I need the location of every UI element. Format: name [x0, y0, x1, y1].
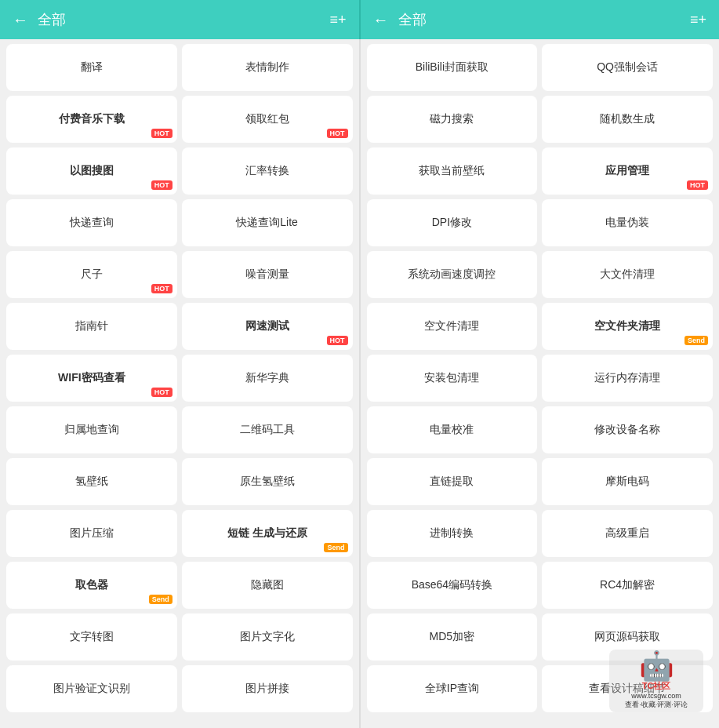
item-label: 查看设计稿细节 [589, 681, 666, 697]
list-item[interactable]: 文字转图 [6, 613, 177, 661]
list-item[interactable]: 图片压缩 [6, 510, 177, 557]
item-label: 汇率转换 [245, 163, 289, 179]
right-menu-icon[interactable]: ≡+ [690, 12, 706, 28]
list-item[interactable]: 新华字典 [182, 355, 353, 402]
list-item[interactable]: 获取当前壁纸 [367, 147, 538, 195]
list-item[interactable]: 原生氢壁纸 [182, 458, 353, 505]
list-item[interactable]: 空文件清理 [367, 303, 538, 350]
item-label: QQ强制会话 [597, 60, 658, 75]
item-label: MD5加密 [430, 629, 475, 645]
item-label: 进制转换 [430, 526, 474, 541]
list-item[interactable]: 进制转换 [367, 510, 538, 557]
item-label: 电量伪装 [605, 215, 649, 231]
list-item[interactable]: WIFI密码查看HOT [6, 355, 177, 402]
list-item[interactable]: 二维码工具 [182, 406, 353, 453]
list-item[interactable]: 汇率转换 [182, 147, 353, 195]
list-item[interactable]: 运行内存清理 [542, 355, 713, 402]
item-label: DPI修改 [432, 215, 472, 231]
item-label: BiliBili封面获取 [416, 60, 488, 75]
list-item[interactable]: 磁力搜索 [367, 96, 538, 143]
list-item[interactable]: 噪音测量 [182, 251, 353, 298]
item-label: 文字转图 [70, 629, 114, 645]
item-label: 短链 生成与还原 [227, 526, 307, 541]
item-label: 归属地查询 [64, 422, 119, 438]
list-item[interactable]: RC4加解密 [542, 562, 713, 609]
list-item[interactable]: 快递查询Lite [182, 199, 353, 246]
left-grid: 翻译表情制作付费音乐下载HOT领取红包HOT以图搜图HOT汇率转换快递查询快递查… [6, 44, 353, 712]
content-area: 翻译表情制作付费音乐下载HOT领取红包HOT以图搜图HOT汇率转换快递查询快递查… [0, 39, 719, 728]
list-item[interactable]: 付费音乐下载HOT [6, 96, 177, 143]
list-item[interactable]: 表情制作 [182, 44, 353, 91]
list-item[interactable]: 图片文字化 [182, 613, 353, 661]
list-item[interactable]: 空文件夹清理Send [542, 303, 713, 350]
list-item[interactable]: 高级重启 [542, 510, 713, 557]
list-item[interactable]: 随机数生成 [542, 96, 713, 143]
list-item[interactable]: QQ强制会话 [542, 44, 713, 91]
item-badge: HOT [327, 129, 348, 138]
list-item[interactable]: 电量伪装 [542, 199, 713, 246]
item-badge: HOT [151, 180, 172, 190]
item-label: 电量校准 [430, 422, 474, 438]
item-label: 大文件清理 [600, 267, 655, 282]
top-bar-row: ← 全部 ≡+ ← 全部 ≡+ [0, 0, 719, 39]
right-panel: BiliBili封面获取QQ强制会话磁力搜索随机数生成获取当前壁纸应用管理HOT… [361, 39, 720, 728]
item-label: 指南针 [75, 318, 108, 334]
list-item[interactable]: 图片拼接 [182, 665, 353, 712]
list-item[interactable]: 网页源码获取 [542, 613, 713, 661]
list-item[interactable]: 取色器Send [6, 562, 177, 609]
list-item[interactable]: 领取红包HOT [182, 96, 353, 143]
left-back-button[interactable]: ← [13, 11, 28, 29]
item-label: 付费音乐下载 [59, 111, 125, 127]
list-item[interactable]: 系统动画速度调控 [367, 251, 538, 298]
item-badge: Send [685, 336, 708, 345]
list-item[interactable]: 尺子HOT [6, 251, 177, 298]
item-label: 氢壁纸 [75, 474, 108, 490]
list-item[interactable]: 以图搜图HOT [6, 147, 177, 195]
item-badge: HOT [151, 129, 172, 138]
item-badge: HOT [327, 336, 348, 345]
list-item[interactable]: 网速测试HOT [182, 303, 353, 350]
list-item[interactable]: DPI修改 [367, 199, 538, 246]
list-item[interactable]: 直链提取 [367, 458, 538, 505]
item-label: 系统动画速度调控 [408, 267, 496, 282]
item-label: 应用管理 [605, 163, 649, 179]
list-item[interactable]: 摩斯电码 [542, 458, 713, 505]
list-item[interactable]: 图片验证文识别 [6, 665, 177, 712]
list-item[interactable]: 全球IP查询 [367, 665, 538, 712]
list-item[interactable]: 电量校准 [367, 406, 538, 453]
right-back-button[interactable]: ← [373, 11, 389, 29]
list-item[interactable]: 修改设备名称 [542, 406, 713, 453]
list-item[interactable]: 短链 生成与还原Send [182, 510, 353, 557]
item-label: 随机数生成 [600, 111, 655, 127]
list-item[interactable]: 查看设计稿细节 [542, 665, 713, 712]
list-item[interactable]: 氢壁纸 [6, 458, 177, 505]
item-label: Base64编码转换 [412, 577, 492, 593]
list-item[interactable]: 指南针 [6, 303, 177, 350]
item-label: 网页源码获取 [594, 629, 660, 645]
list-item[interactable]: 快递查询 [6, 199, 177, 246]
list-item[interactable]: MD5加密 [367, 613, 538, 661]
item-label: 图片拼接 [245, 681, 289, 697]
item-label: 表情制作 [245, 60, 289, 75]
right-top-bar: ← 全部 ≡+ [361, 0, 720, 39]
left-menu-icon[interactable]: ≡+ [329, 12, 346, 28]
list-item[interactable]: 隐藏图 [182, 562, 353, 609]
item-label: 磁力搜索 [430, 111, 474, 127]
item-label: 领取红包 [245, 111, 289, 127]
item-label: 图片文字化 [240, 629, 295, 645]
list-item[interactable]: 翻译 [6, 44, 177, 91]
list-item[interactable]: Base64编码转换 [367, 562, 538, 609]
list-item[interactable]: 安装包清理 [367, 355, 538, 402]
item-label: 取色器 [75, 577, 108, 593]
left-title: 全部 [38, 10, 329, 29]
item-label: WIFI密码查看 [58, 370, 125, 386]
left-top-bar: ← 全部 ≡+ [0, 0, 359, 39]
item-badge: Send [149, 595, 172, 604]
list-item[interactable]: 归属地查询 [6, 406, 177, 453]
item-label: 原生氢壁纸 [240, 474, 295, 490]
list-item[interactable]: BiliBili封面获取 [367, 44, 538, 91]
list-item[interactable]: 大文件清理 [542, 251, 713, 298]
item-label: 安装包清理 [424, 370, 479, 386]
item-badge: HOT [151, 388, 172, 397]
list-item[interactable]: 应用管理HOT [542, 147, 713, 195]
